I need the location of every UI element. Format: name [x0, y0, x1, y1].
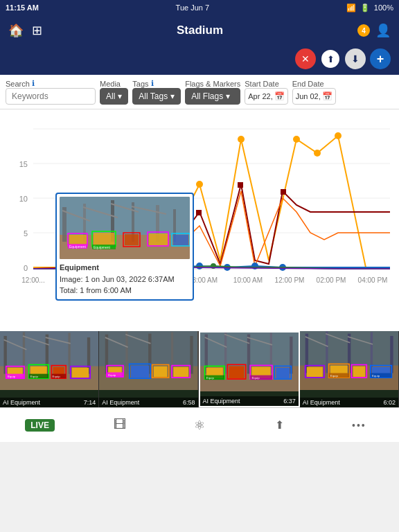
end-date-input[interactable]: Jun 02, 📅	[292, 88, 336, 105]
tab-more[interactable]: •••	[319, 420, 399, 431]
add-button[interactable]: +	[370, 48, 391, 69]
svg-text:10: 10	[19, 195, 28, 203]
search-group: Search ℹ	[6, 79, 96, 105]
flags-dropdown[interactable]: All Flags ▾	[185, 88, 240, 105]
tooltip-text: Equipment Image: 1 on Jun 03, 2022 6:37A…	[60, 262, 190, 296]
media-dropdown[interactable]: All ▾	[100, 88, 128, 105]
chevron-down-icon: ▾	[170, 91, 175, 101]
battery-pct: 100%	[374, 3, 393, 12]
thumb-category-3: AI Equipment	[203, 398, 240, 405]
battery-icon: 🔋	[360, 3, 370, 12]
tab-ai[interactable]: ⚛	[159, 418, 239, 433]
more-icon: •••	[352, 420, 366, 431]
timeline-icon: 🎞	[114, 418, 126, 432]
thumb-bg-2: Equip	[99, 331, 197, 390]
svg-rect-116	[276, 368, 290, 378]
start-date-input[interactable]: Apr 22, 📅	[245, 88, 287, 105]
thumb-label-4: AI Equipment 6:02	[300, 398, 398, 407]
share-icon: ⬆	[275, 418, 284, 432]
thumb-time-2: 6:58	[183, 399, 195, 406]
svg-point-13	[314, 150, 321, 157]
profile-icon[interactable]: 👤	[375, 23, 391, 38]
svg-rect-128	[326, 331, 328, 373]
thumb-time-3: 6:37	[283, 398, 296, 405]
svg-point-11	[238, 136, 245, 143]
svg-rect-48	[125, 234, 139, 245]
tags-group: Tags ℹ All Tags ▾	[132, 79, 181, 105]
thumbnail-2[interactable]: Equip AI Equipment 6:58	[99, 331, 198, 407]
tags-label: Tags ℹ	[132, 79, 181, 88]
svg-rect-15	[196, 210, 202, 215]
share-button[interactable]: ⬆	[320, 48, 341, 69]
tooltip-line2: Total: 1 from 6:00 AM	[60, 286, 132, 294]
svg-rect-95	[154, 366, 168, 377]
svg-rect-46	[69, 235, 87, 245]
start-date-group: Start Date Apr 22, 📅	[245, 80, 287, 105]
end-date-label: End Date	[292, 80, 336, 88]
tooltip-title: Equipment	[60, 262, 190, 274]
status-date: Tue Jun 7	[176, 3, 210, 12]
thumb-bg-3: Equip Equip	[200, 332, 299, 391]
svg-text:12:00 PM: 12:00 PM	[275, 276, 305, 284]
svg-rect-50	[173, 235, 188, 245]
filter-row: Search ℹ Media All ▾ Tags ℹ All Tags ▾ F…	[0, 75, 399, 109]
thumbnail-1[interactable]: Equip Equip Equip AI Equipment 7:14	[0, 331, 99, 407]
start-cal-icon: 📅	[274, 91, 285, 101]
thumbnail-3[interactable]: Equip Equip AI Equipment 6:37	[199, 331, 300, 407]
thumb-bg-1: Equip Equip Equip	[0, 331, 98, 390]
page-title: Stadium	[42, 24, 357, 37]
search-label: Search ℹ	[6, 79, 96, 88]
flags-label: Flags & Markers	[185, 80, 240, 88]
flags-group: Flags & Markers All Flags ▾	[185, 80, 240, 105]
tags-dropdown[interactable]: All Tags ▾	[132, 88, 181, 105]
ai-icon: ⚛	[194, 418, 205, 433]
search-input[interactable]	[6, 88, 96, 105]
action-bar: ✕ ⬆ ⬇ +	[0, 46, 399, 75]
end-cal-icon: 📅	[322, 91, 332, 101]
svg-text:12:00...: 12:00...	[21, 276, 44, 284]
svg-text:15: 15	[19, 160, 28, 168]
svg-text:02:00 PM: 02:00 PM	[317, 276, 346, 284]
chart-area: 0 5 10 15 1	[0, 109, 399, 331]
svg-rect-17	[281, 189, 286, 195]
media-label: Media	[100, 80, 128, 88]
nav-left-icons: 🏠 ⊞	[8, 23, 42, 38]
tab-live[interactable]: LIVE	[0, 419, 80, 432]
svg-text:04:00 PM: 04:00 PM	[358, 276, 388, 284]
svg-point-10	[196, 181, 203, 188]
svg-rect-47	[94, 233, 114, 245]
start-date-value: Apr 22,	[248, 92, 272, 100]
svg-rect-114	[229, 366, 244, 379]
thumb-time-4: 6:02	[383, 399, 396, 406]
svg-rect-135	[307, 367, 323, 377]
tab-timeline[interactable]: 🎞	[80, 418, 159, 432]
tooltip-image: Equipment Equipment	[60, 197, 190, 259]
svg-text:Equip: Equip	[8, 375, 16, 378]
svg-rect-96	[173, 367, 188, 377]
home-icon[interactable]: 🏠	[8, 23, 24, 38]
svg-text:Equipment: Equipment	[69, 245, 87, 249]
thumb-time-1: 7:14	[84, 399, 96, 406]
search-info-icon: ℹ	[32, 79, 35, 88]
thumbnail-4[interactable]: Equip Equip AI Equipment 6:02	[300, 331, 399, 407]
thumb-label-2: AI Equipment 6:58	[99, 398, 197, 407]
tooltip-line1: Image: 1 on Jun 03, 2022 6:37AM	[60, 275, 175, 283]
download-button[interactable]: ⬇	[345, 48, 366, 69]
close-button[interactable]: ✕	[295, 48, 316, 69]
svg-rect-73	[72, 368, 89, 378]
svg-text:5: 5	[24, 229, 28, 238]
end-date-group: End Date Jun 02, 📅	[292, 80, 336, 105]
thumb-label-1: AI Equipment 7:14	[0, 398, 98, 407]
notification-badge[interactable]: 4	[357, 24, 370, 37]
thumbnail-strip: Equip Equip Equip AI Equipment 7:14	[0, 331, 399, 407]
svg-text:10:00 AM: 10:00 AM	[233, 276, 263, 284]
tab-share[interactable]: ⬆	[240, 418, 319, 432]
svg-text:Equip: Equip	[108, 373, 116, 377]
svg-text:Equip: Equip	[206, 376, 214, 380]
start-date-label: Start Date	[245, 80, 287, 88]
nav-right-icons: 4 👤	[357, 23, 391, 38]
tags-info-icon: ℹ	[151, 79, 154, 88]
svg-point-14	[335, 132, 342, 139]
svg-rect-137	[353, 366, 365, 377]
grid-icon[interactable]: ⊞	[32, 23, 42, 38]
